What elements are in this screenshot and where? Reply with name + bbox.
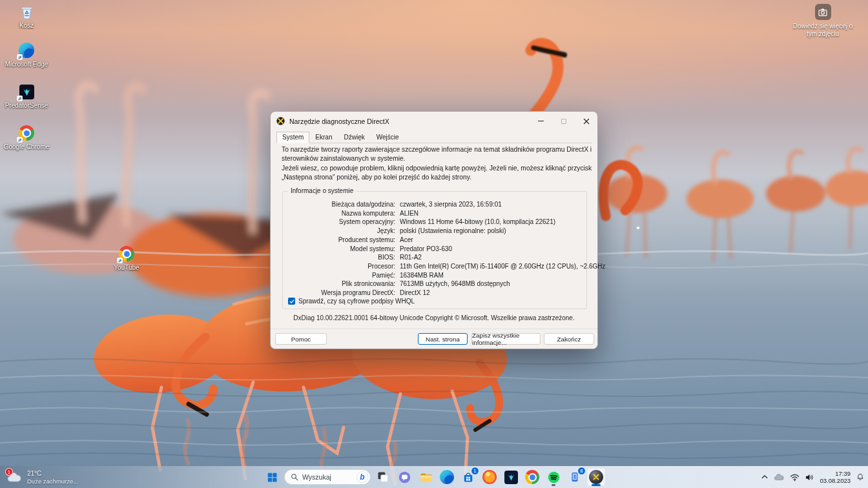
info-row: Producent systemu:Acer: [287, 236, 584, 245]
info-label: Model systemu:: [287, 245, 395, 254]
info-value: DirectX 12: [400, 289, 430, 298]
info-value: 7613MB użytych, 9648MB dostępnych: [400, 280, 510, 289]
info-row: Bieżąca data/godzina:czwartek, 3 sierpni…: [287, 200, 584, 209]
weather-condition: Duże zachmurze...: [27, 478, 78, 485]
groupbox-title: Informacje o systemie: [288, 187, 356, 194]
tab-ekran[interactable]: Ekran: [309, 132, 338, 143]
shortcut-arrow-icon: ↗: [17, 96, 23, 101]
info-label: Pamięć:: [287, 271, 395, 280]
info-value: Predator PO3-630: [400, 245, 452, 254]
wifi-icon[interactable]: [790, 473, 800, 482]
weather-widget[interactable]: 1 21°C Duże zachmurze...: [6, 466, 78, 488]
info-value: R01-A2: [400, 253, 422, 262]
recycle-bin-icon: [18, 3, 35, 20]
tray-time: 17:39: [820, 470, 851, 477]
edge-icon: ↗: [18, 42, 35, 59]
shortcut-arrow-icon: ↗: [17, 137, 23, 143]
desktop-icon-predatorsense[interactable]: ↗ PredatorSense: [3, 83, 50, 109]
tab-dzwiek[interactable]: Dźwięk: [338, 132, 370, 143]
info-label: Producent systemu:: [287, 236, 395, 245]
windows-logo-icon: [267, 472, 278, 483]
system-info-rows: Bieżąca data/godzina:czwartek, 3 sierpni…: [287, 200, 584, 298]
whql-checkbox-row[interactable]: Sprawdź, czy są cyfrowe podpisy WHQL: [288, 298, 415, 305]
spotify-icon: [547, 471, 561, 484]
chat-icon: [398, 471, 411, 484]
desktop-icon-google-chrome[interactable]: ↗ Google Chrome: [3, 125, 50, 150]
info-label: Procesor:: [287, 262, 395, 271]
desktop-icon-microsoft-edge[interactable]: ↗ Microsoft Edge: [3, 42, 50, 68]
info-value: polski (Ustawienia regionalne: polski): [400, 227, 506, 236]
spotlight-widget[interactable]: Dowiedz się więcej o tym zdjęciu: [788, 4, 858, 38]
info-row: Pamięć:16384MB RAM: [287, 271, 584, 280]
chrome-icon: [525, 470, 539, 484]
maximize-button[interactable]: [552, 112, 575, 130]
info-row: System operacyjny:Windows 11 Home 64-bit…: [287, 218, 584, 227]
chrome-button[interactable]: [523, 468, 541, 486]
desktop-icon-label: Google Chrome: [4, 143, 50, 150]
task-view-icon: [377, 471, 389, 483]
tab-wejscie[interactable]: Wejście: [371, 132, 405, 143]
notification-bell-icon[interactable]: [856, 473, 865, 482]
camera-icon: [815, 4, 831, 20]
edge-button[interactable]: [438, 468, 456, 486]
desktop: Dowiedz się więcej o tym zdjęciu Kosz ↗ …: [0, 0, 868, 488]
info-label: Wersja programu DirectX:: [287, 289, 395, 298]
save-all-info-button[interactable]: Zapisz wszystkie informacje...: [471, 333, 541, 345]
predatorsense-button[interactable]: [502, 468, 520, 486]
dxdiag-taskbar-button[interactable]: [587, 468, 605, 486]
chat-button[interactable]: [395, 468, 413, 486]
microsoft-store-button[interactable]: 1: [459, 468, 477, 486]
info-value: czwartek, 3 sierpnia 2023, 16:59:01: [400, 200, 502, 209]
info-label: Język:: [287, 227, 395, 236]
tab-system[interactable]: System: [276, 132, 309, 143]
volume-icon[interactable]: [805, 473, 814, 482]
onedrive-cloud-icon[interactable]: [774, 473, 785, 482]
info-label: System operacyjny:: [287, 218, 395, 227]
system-info-groupbox: Informacje o systemie Bieżąca data/godzi…: [282, 191, 587, 309]
intro-paragraph-1: To narzędzie tworzy raporty zawierające …: [282, 145, 593, 163]
tray-clock[interactable]: 17:39 03.08.2023: [820, 470, 851, 484]
start-button[interactable]: [263, 468, 281, 486]
running-indicator: [552, 484, 555, 486]
desktop-icon-recycle-bin[interactable]: Kosz: [3, 3, 50, 29]
taskbar-center: Wyszukaj b: [263, 468, 605, 486]
info-row: Język:polski (Ustawienia regionalne: pol…: [287, 227, 584, 236]
task-view-button[interactable]: [374, 468, 392, 486]
taskbar-search-box[interactable]: Wyszukaj b: [284, 469, 371, 485]
dialog-footer: Pomoc Nast. strona Zapisz wszystkie info…: [271, 329, 597, 349]
predatorsense-icon: [504, 471, 518, 484]
info-row: Wersja programu DirectX:DirectX 12: [287, 289, 584, 298]
spotify-button[interactable]: [544, 468, 563, 486]
info-row: Procesor:11th Gen Intel(R) Core(TM) i5-1…: [287, 262, 584, 271]
search-placeholder: Wyszukaj: [302, 473, 353, 481]
tray-chevron-up-icon[interactable]: [761, 473, 769, 481]
checkbox-checked-icon[interactable]: [288, 298, 295, 305]
predatorsense-icon: ↗: [18, 83, 35, 100]
directx-icon: [276, 117, 285, 125]
info-label: Plik stronicowania:: [287, 280, 395, 289]
firefox-button[interactable]: [480, 468, 499, 486]
window-titlebar[interactable]: Narzędzie diagnostyczne DirectX: [271, 112, 597, 130]
desktop-icon-label: YouTube: [114, 264, 139, 271]
exit-button[interactable]: Zakończ: [544, 333, 594, 345]
close-button[interactable]: [575, 112, 597, 130]
info-value: 16384MB RAM: [400, 271, 444, 280]
minimize-button[interactable]: [530, 112, 552, 130]
close-icon: [583, 118, 590, 125]
desktop-icon-label: Microsoft Edge: [5, 61, 48, 68]
phone-link-button[interactable]: 8: [566, 468, 584, 486]
chrome-icon: ↗: [18, 125, 35, 141]
next-page-button[interactable]: Nast. strona: [418, 333, 468, 345]
active-app-indicator: [592, 484, 601, 486]
desktop-icon-label: Kosz: [19, 22, 34, 29]
directx-icon: [589, 470, 603, 484]
dxdiag-version-line: DxDiag 10.00.22621.0001 64-bitowy Unicod…: [271, 314, 597, 321]
help-button[interactable]: Pomoc: [275, 333, 327, 345]
desktop-icon-youtube[interactable]: ↗ YouTube: [103, 245, 150, 271]
taskbar: 1 21°C Duże zachmurze... Wyszukaj b: [0, 466, 868, 488]
weather-temperature: 21°C: [27, 470, 78, 477]
file-explorer-button[interactable]: [417, 468, 435, 486]
dxdiag-window: Narzędzie diagnostyczne DirectX System E…: [270, 111, 598, 349]
search-icon: [291, 473, 298, 481]
info-label: Nazwa komputera:: [287, 209, 395, 218]
